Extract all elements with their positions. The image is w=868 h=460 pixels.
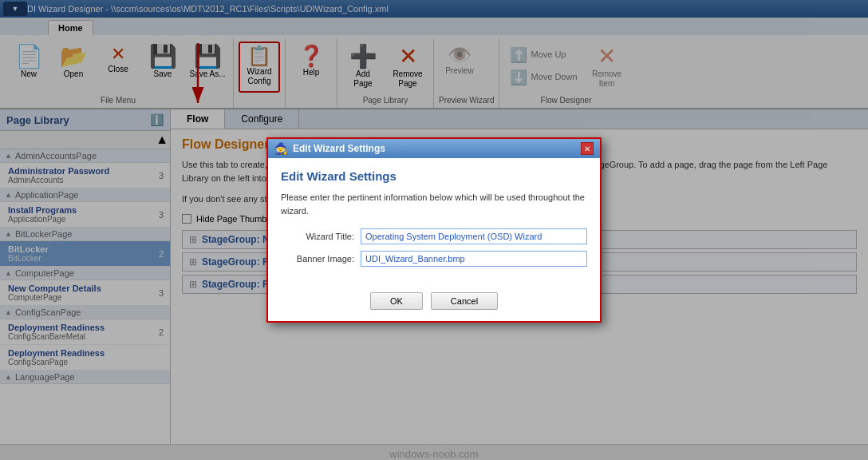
modal-title-text: Edit Wizard Settings xyxy=(293,143,385,154)
modal-overlay: 🧙 Edit Wizard Settings ✕ Edit Wizard Set… xyxy=(0,0,868,460)
modal-close-button[interactable]: ✕ xyxy=(581,142,594,155)
wizard-title-label: Wizard Title: xyxy=(281,232,361,241)
banner-image-row: Banner Image: xyxy=(281,251,587,267)
modal-icon: 🧙 xyxy=(274,142,288,155)
modal-description: Please enter the pertinent information b… xyxy=(281,191,587,217)
modal-title-content: 🧙 Edit Wizard Settings xyxy=(274,142,385,155)
ok-button[interactable]: OK xyxy=(370,292,423,310)
cancel-button[interactable]: Cancel xyxy=(431,292,498,310)
modal-titlebar: 🧙 Edit Wizard Settings ✕ xyxy=(268,139,600,158)
banner-image-label: Banner Image: xyxy=(281,254,361,264)
wizard-title-row: Wizard Title: xyxy=(281,228,587,244)
modal-footer: OK Cancel xyxy=(268,284,600,321)
wizard-title-input[interactable] xyxy=(361,228,587,244)
modal-dialog: 🧙 Edit Wizard Settings ✕ Edit Wizard Set… xyxy=(266,137,602,323)
banner-image-input[interactable] xyxy=(361,251,587,267)
modal-body: Edit Wizard Settings Please enter the pe… xyxy=(268,158,600,284)
modal-heading: Edit Wizard Settings xyxy=(281,169,587,183)
